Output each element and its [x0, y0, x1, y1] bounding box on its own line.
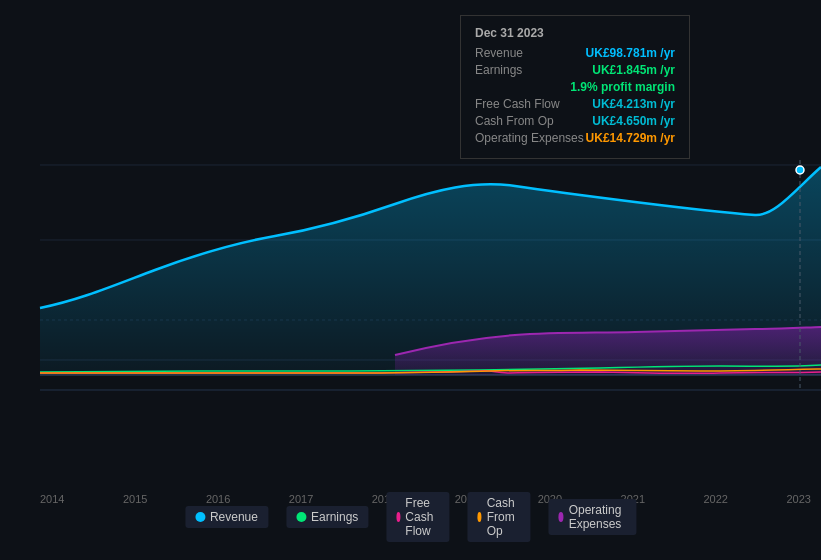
chart-svg	[0, 160, 821, 465]
legend-item-cash-from-op[interactable]: Cash From Op	[467, 492, 530, 542]
chart-container: Dec 31 2023 Revenue UK£98.781m /yr Earni…	[0, 0, 821, 560]
legend-label-cash-from-op: Cash From Op	[487, 496, 521, 538]
legend-item-free-cash-flow[interactable]: Free Cash Flow	[386, 492, 449, 542]
tooltip-free-cash-row: Free Cash Flow UK£4.213m /yr	[475, 97, 675, 111]
tooltip-free-cash-value: UK£4.213m /yr	[592, 97, 675, 111]
tooltip-earnings-value: UK£1.845m /yr	[592, 63, 675, 77]
legend-item-revenue[interactable]: Revenue	[185, 506, 268, 528]
x-label-2014: 2014	[40, 493, 64, 505]
tooltip-free-cash-label: Free Cash Flow	[475, 97, 585, 111]
legend-label-earnings: Earnings	[311, 510, 358, 524]
legend-dot-earnings	[296, 512, 306, 522]
legend-label-revenue: Revenue	[210, 510, 258, 524]
legend-item-earnings[interactable]: Earnings	[286, 506, 368, 528]
tooltip: Dec 31 2023 Revenue UK£98.781m /yr Earni…	[460, 15, 690, 159]
legend-item-operating-expenses[interactable]: Operating Expenses	[548, 499, 636, 535]
legend-dot-free-cash-flow	[396, 512, 400, 522]
legend-label-operating-expenses: Operating Expenses	[569, 503, 626, 531]
tooltip-revenue-label: Revenue	[475, 46, 585, 60]
tooltip-op-expenses-value: UK£14.729m /yr	[586, 131, 675, 145]
x-label-2022: 2022	[704, 493, 728, 505]
legend-label-free-cash-flow: Free Cash Flow	[405, 496, 439, 538]
tooltip-cash-from-op-value: UK£4.650m /yr	[592, 114, 675, 128]
tooltip-op-expenses-row: Operating Expenses UK£14.729m /yr	[475, 131, 675, 145]
legend-dot-cash-from-op	[477, 512, 481, 522]
tooltip-profit-margin: 1.9% profit margin	[570, 80, 675, 94]
legend-dot-revenue	[195, 512, 205, 522]
tooltip-earnings-row: Earnings UK£1.845m /yr	[475, 63, 675, 77]
tooltip-cash-from-op-label: Cash From Op	[475, 114, 585, 128]
x-label-2023: 2023	[786, 493, 810, 505]
tooltip-cash-from-op-row: Cash From Op UK£4.650m /yr	[475, 114, 675, 128]
tooltip-earnings-label: Earnings	[475, 63, 585, 77]
tooltip-revenue-value: UK£98.781m /yr	[586, 46, 675, 60]
legend: Revenue Earnings Free Cash Flow Cash Fro…	[185, 492, 636, 542]
x-label-2015: 2015	[123, 493, 147, 505]
tooltip-op-expenses-label: Operating Expenses	[475, 131, 585, 145]
tooltip-profit-margin-row: 1.9% profit margin	[475, 80, 675, 94]
tooltip-revenue-row: Revenue UK£98.781m /yr	[475, 46, 675, 60]
svg-point-8	[796, 166, 804, 174]
tooltip-date: Dec 31 2023	[475, 26, 675, 40]
legend-dot-operating-expenses	[558, 512, 563, 522]
